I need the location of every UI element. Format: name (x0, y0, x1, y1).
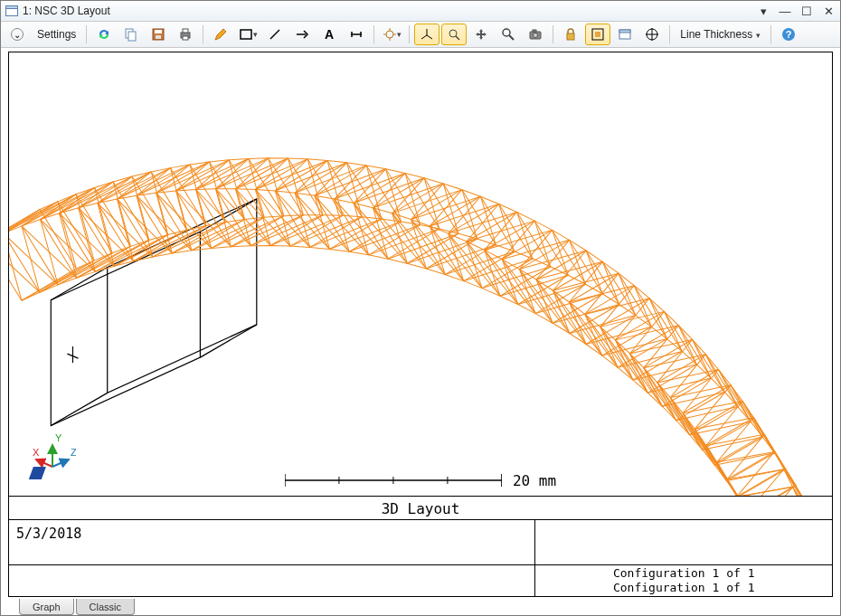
help-icon: ? (781, 27, 796, 42)
scale-label: 20 mm (513, 472, 556, 489)
svg-rect-5 (155, 30, 162, 33)
svg-point-30 (534, 33, 538, 38)
close-button[interactable]: ✕ (820, 5, 836, 18)
refresh-icon (97, 27, 111, 42)
svg-rect-36 (619, 30, 630, 33)
camera-button[interactable] (523, 24, 548, 45)
separator (553, 25, 553, 43)
config-line-1: Configuration 1 of 1 (613, 566, 755, 581)
camera-icon (528, 27, 543, 42)
viewport-3d[interactable] (9, 52, 832, 497)
pencil-button[interactable] (208, 24, 233, 45)
layout-title: 3D Layout (9, 496, 832, 520)
print-icon (178, 27, 193, 42)
separator (86, 25, 87, 43)
svg-text:A: A (325, 27, 334, 42)
svg-line-99 (156, 165, 190, 193)
config-row: Configuration 1 of 1 Configuration 1 of … (9, 564, 832, 596)
arrow-button[interactable] (289, 24, 315, 45)
separator (770, 25, 771, 43)
line-button[interactable] (262, 24, 288, 45)
minimize-button[interactable]: — (777, 5, 793, 18)
compass-icon (383, 27, 397, 42)
svg-rect-3 (128, 32, 136, 41)
tab-classic[interactable]: Classic (76, 599, 135, 615)
svg-rect-6 (156, 35, 161, 39)
copy-button[interactable] (118, 24, 144, 45)
window-tool-button[interactable] (612, 24, 638, 45)
drawing-sheet: X Y Z 20 mm 3D Layout (8, 52, 833, 597)
target-icon (645, 27, 659, 42)
save-icon (151, 27, 165, 42)
svg-line-11 (270, 30, 279, 39)
svg-rect-10 (241, 30, 251, 39)
svg-rect-1 (6, 6, 18, 9)
settings-expand-button[interactable]: ⌄ (5, 24, 30, 45)
svg-point-27 (503, 29, 510, 36)
svg-line-213 (519, 230, 552, 269)
triad-x-label: X (33, 447, 40, 458)
pencil-icon (213, 27, 228, 42)
window-buttons: ▾ — ☐ ✕ (755, 5, 836, 18)
rotate-button[interactable]: ▾ (379, 24, 404, 45)
window-title: 1: NSC 3D Layout (23, 5, 755, 17)
dropdown-icon[interactable]: ▾ (755, 5, 771, 18)
svg-line-241 (585, 314, 633, 380)
triad-button[interactable] (414, 24, 439, 45)
help-button[interactable]: ? (776, 24, 801, 45)
copy-icon (124, 27, 138, 42)
maximize-button[interactable]: ☐ (798, 5, 815, 18)
triad-z-label: Z (71, 447, 76, 458)
dimension-button[interactable] (344, 24, 369, 45)
svg-text:?: ? (785, 29, 791, 40)
pan-icon (474, 27, 488, 42)
magnify-icon (501, 27, 515, 42)
svg-line-300 (727, 479, 749, 497)
chevron-down-icon: ▾ (397, 30, 402, 39)
svg-line-259 (630, 354, 676, 421)
target-button[interactable] (639, 24, 665, 45)
svg-point-25 (449, 30, 457, 37)
zoom-button[interactable] (496, 24, 521, 45)
text-icon: A (322, 27, 336, 42)
line-thickness-dropdown[interactable]: Line Thickness ▾ (675, 28, 765, 41)
zoom-select-button[interactable] (441, 24, 467, 45)
svg-line-24 (427, 35, 432, 39)
canvas-area: X Y Z 20 mm 3D Layout (1, 48, 840, 615)
text-button[interactable]: A (317, 24, 342, 45)
svg-line-303 (727, 434, 764, 479)
separator (409, 25, 410, 43)
chevron-down-icon: ▾ (756, 31, 761, 40)
fit-button[interactable] (585, 24, 610, 45)
svg-rect-31 (533, 30, 536, 32)
print-button[interactable] (173, 24, 198, 45)
triad-axes: X Y Z (22, 434, 76, 488)
svg-rect-9 (183, 36, 188, 40)
separator (203, 25, 203, 43)
refresh-button[interactable] (91, 24, 117, 45)
tab-graph[interactable]: Graph (19, 599, 74, 615)
save-button[interactable] (146, 24, 171, 45)
scale-bar: 20 mm (285, 471, 556, 489)
pan-button[interactable] (468, 24, 494, 45)
lock-button[interactable] (558, 24, 583, 45)
svg-rect-34 (595, 32, 600, 37)
date-cell: 5/3/2018 (9, 520, 535, 565)
config-left-cell (9, 565, 535, 596)
svg-line-338 (52, 460, 69, 467)
scalebar-ruler (285, 471, 502, 489)
svg-point-17 (386, 31, 393, 38)
svg-line-293 (727, 469, 786, 481)
svg-line-52 (58, 202, 76, 269)
rect-button[interactable]: ▾ (235, 24, 260, 45)
layout-3d-drawing (9, 52, 832, 497)
svg-line-45 (51, 393, 107, 425)
triad-y-label: Y (55, 434, 62, 443)
svg-line-301 (717, 462, 759, 497)
dimension-icon (349, 27, 364, 42)
settings-label[interactable]: Settings (32, 28, 81, 41)
toolbar: ⌄ Settings ▾ A (1, 22, 840, 48)
svg-line-44 (200, 325, 256, 357)
titlebar: 1: NSC 3D Layout ▾ — ☐ ✕ (1, 1, 840, 22)
chevron-down-icon: ⌄ (11, 28, 24, 41)
